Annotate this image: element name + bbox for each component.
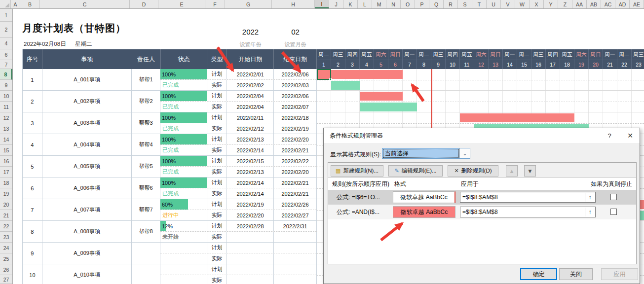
cell-status[interactable]: 未开始 [160, 232, 207, 242]
gantt-day-column[interactable]: 周二 1 [317, 49, 331, 69]
cell-act-start[interactable]: 2022/02/20 [227, 210, 274, 220]
cell-type-plan[interactable]: 计划 [207, 69, 227, 79]
cell-type-plan[interactable]: 计划 [207, 221, 227, 231]
cell-status[interactable]: 已完成 [160, 123, 207, 134]
gantt-day-column[interactable]: 周三 23 [632, 49, 644, 69]
cell-no[interactable]: 1 [23, 69, 42, 90]
row-header[interactable]: 2 [0, 22, 12, 38]
column-header[interactable]: Z [558, 0, 572, 8]
cell-act-end[interactable]: 2022/02/19 [274, 123, 317, 134]
gantt-day-column[interactable]: 周日 6 [388, 49, 403, 69]
cell-progress[interactable]: 100% [160, 91, 207, 101]
cell-type-plan[interactable]: 计划 [207, 178, 227, 188]
row-header[interactable]: 18 [0, 178, 12, 188]
column-header[interactable]: M [372, 0, 386, 8]
cell-no[interactable]: 10 [23, 264, 42, 284]
column-header[interactable]: X [530, 0, 544, 8]
collapse-dialog-icon[interactable]: ↑ [585, 193, 595, 202]
column-header[interactable]: AC [601, 0, 615, 8]
column-header[interactable]: G [225, 0, 272, 8]
cell-act-end[interactable]: 2022/02/21 [274, 188, 317, 199]
cell-progress[interactable] [160, 243, 207, 253]
cell-act-end[interactable] [274, 253, 317, 264]
column-header[interactable]: W [515, 0, 530, 8]
cell-type-actual[interactable]: 实际 [207, 80, 227, 90]
cell-act-end[interactable]: 2022/02/27 [274, 210, 317, 220]
cell-plan-end[interactable]: 2022/02/06 [274, 91, 317, 101]
cell-owner[interactable]: 帮帮6 [132, 178, 160, 199]
cell-type-plan[interactable]: 计划 [207, 91, 227, 101]
cell-act-start[interactable]: 2022/02/12 [227, 123, 274, 134]
column-header[interactable]: T [472, 0, 487, 8]
cell-type-plan[interactable]: 计划 [207, 112, 227, 123]
cell-no[interactable]: 9 [23, 243, 42, 264]
column-header[interactable]: AD [615, 0, 630, 8]
apply-button[interactable]: 应用 [601, 268, 638, 280]
gantt-day-column[interactable]: 周五 18 [560, 49, 574, 69]
year-setting[interactable]: 2022 设置年份 [227, 28, 274, 49]
column-header[interactable]: AA [572, 0, 587, 8]
rule-row-today[interactable]: 公式: =I$6=TO... 微软卓越 AaBbCc =$I$8:$AM$8 ↑ [328, 190, 636, 205]
cell-owner[interactable]: 帮帮8 [132, 221, 160, 242]
move-down-button[interactable]: ▼ [524, 165, 536, 177]
cell-progress[interactable]: 100% [160, 178, 207, 188]
select-all-corner[interactable] [0, 0, 11, 8]
cell-progress[interactable]: 100% [160, 69, 207, 79]
cell-no[interactable]: 4 [23, 134, 42, 155]
gantt-day-column[interactable]: 周三 2 [331, 49, 345, 69]
cell-plan-end[interactable] [274, 243, 317, 253]
column-header[interactable]: A [11, 0, 20, 8]
cell-no[interactable]: 6 [23, 178, 42, 199]
gantt-day-column[interactable]: 周三 9 [431, 49, 446, 69]
cell-item[interactable]: A_006事项 [42, 178, 132, 199]
help-icon[interactable]: ? [605, 132, 614, 140]
cell-progress[interactable]: 12% [160, 221, 207, 231]
cell-no[interactable]: 2 [23, 91, 42, 112]
gantt-day-column[interactable]: 周六 19 [574, 49, 589, 69]
cell-owner[interactable]: 帮帮3 [132, 112, 160, 134]
cell-plan-start[interactable] [227, 264, 274, 275]
gantt-day-column[interactable]: 周六 5 [374, 49, 388, 69]
cell-act-end[interactable]: 2022/02/21 [274, 145, 317, 155]
cell-plan-end[interactable]: 2022/2/31 [274, 221, 317, 231]
column-header[interactable]: Q [429, 0, 444, 8]
cell-plan-start[interactable]: 2022/02/04 [227, 91, 274, 101]
cell-act-start[interactable]: 2022/02/14 [227, 145, 274, 155]
row-header[interactable]: 17 [0, 167, 12, 178]
cell-act-start[interactable] [227, 253, 274, 264]
gantt-day-column[interactable]: 周六 12 [474, 49, 489, 69]
column-header[interactable]: F [205, 0, 225, 8]
row-header[interactable]: 27 [0, 275, 12, 284]
cell-act-start[interactable] [227, 275, 274, 284]
row-header[interactable]: 16 [0, 156, 12, 167]
stop-if-true-checkbox[interactable] [610, 209, 617, 215]
cell-item[interactable]: A_010事项 [42, 264, 132, 284]
cell-plan-end[interactable]: 2022/02/06 [274, 69, 317, 79]
row-header[interactable]: 21 [0, 210, 12, 221]
fill-handle[interactable] [329, 78, 332, 80]
column-header[interactable]: K [343, 0, 358, 8]
cell-status[interactable]: 已完成 [160, 80, 207, 90]
column-header[interactable]: U [487, 0, 501, 8]
year-value[interactable]: 2022 [227, 28, 274, 36]
close-icon[interactable]: ✕ [625, 132, 636, 140]
cell-no[interactable]: 5 [23, 156, 42, 177]
cell-type-plan[interactable]: 计划 [207, 199, 227, 210]
cell-plan-end[interactable] [274, 264, 317, 275]
cell-act-start[interactable]: 2022/02/04 [227, 102, 274, 112]
cell-owner[interactable] [132, 243, 160, 264]
row-header[interactable]: 4 [0, 38, 12, 49]
cell-plan-end[interactable]: 2022/02/21 [274, 178, 317, 188]
cell-type-actual[interactable]: 实际 [207, 102, 227, 112]
cell-status[interactable] [160, 275, 207, 284]
gantt-day-column[interactable]: 周四 17 [546, 49, 560, 69]
column-header[interactable]: O [401, 0, 415, 8]
cell-progress[interactable] [160, 264, 207, 275]
row-header[interactable]: 14 [0, 134, 12, 145]
applies-to-input[interactable]: =$I$8:$AM$8 ↑ [460, 207, 596, 217]
row-header[interactable]: 8 [0, 69, 12, 80]
cell-plan-start[interactable]: 2022/02/28 [227, 221, 274, 231]
cell-type-actual[interactable]: 实际 [207, 253, 227, 264]
cell-plan-end[interactable]: 2022/02/22 [274, 156, 317, 166]
gantt-day-column[interactable]: 周四 10 [446, 49, 460, 69]
